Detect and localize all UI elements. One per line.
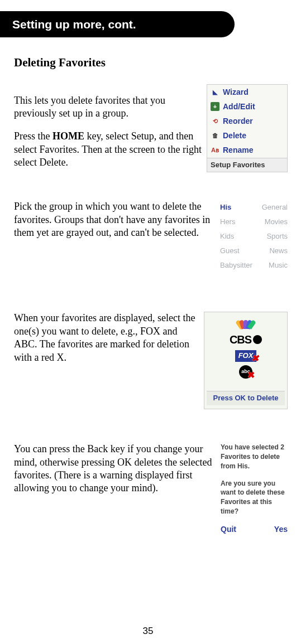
favorites-logos-screenshot: CBS FOX✖ abc✖ Press OK to Delete <box>204 312 288 409</box>
group-general: General <box>262 200 288 215</box>
group-kids: Kids <box>220 229 234 244</box>
confirm-question-text: Are you sure you want to delete these Fa… <box>221 479 288 516</box>
group-hers: Hers <box>220 215 235 229</box>
menu-item-reorder: ⟲ Reorder <box>207 114 287 128</box>
group-movies: Movies <box>265 215 288 229</box>
section-confirm: You can press the Back key if you change… <box>0 443 296 535</box>
menu-label: Add/Edit <box>223 101 255 112</box>
addedit-icon: + <box>211 102 219 111</box>
menu-label: Reorder <box>223 116 253 126</box>
section-deleting-intro: This lets you delete favorites that you … <box>0 84 296 173</box>
cbs-logo: CBS <box>230 332 262 347</box>
abc-logo-marked: abc✖ <box>239 365 252 379</box>
section-pick-group: Pick the group in which you want to dele… <box>0 200 296 273</box>
section-select-favorites: When your favorites are displayed, selec… <box>0 312 296 409</box>
home-keyword: HOME <box>52 130 84 142</box>
confirm-count-text: You have selected 2 Favorites to delete … <box>221 443 288 471</box>
rename-icon: Aʙ <box>211 146 219 154</box>
select-favorites-paragraph: When your favorites are displayed, selec… <box>14 312 199 364</box>
groups-list-screenshot: HisGeneral HersMovies KidsSports GuestNe… <box>218 200 288 273</box>
pick-group-paragraph: Pick the group in which you want to dele… <box>14 200 213 239</box>
red-x-icon: ✖ <box>247 370 255 381</box>
page-number: 35 <box>0 625 296 637</box>
group-guest: Guest <box>220 244 240 258</box>
confirm-dialog-screenshot: You have selected 2 Favorites to delete … <box>221 443 288 535</box>
menu-label: Delete <box>223 130 246 141</box>
menu-item-delete: 🗑 Delete <box>207 128 287 143</box>
delete-icon: 🗑 <box>211 131 219 140</box>
group-news: News <box>269 244 288 258</box>
wizard-icon: ◣ <box>211 88 219 96</box>
quit-button-label: Quit <box>221 524 236 535</box>
menu-item-addedit: + Add/Edit <box>207 99 287 114</box>
intro-paragraph: This lets you delete favorites that you … <box>14 94 202 120</box>
setup-favorites-menu-screenshot: ◣ Wizard + Add/Edit ⟲ Reorder 🗑 Delete A… <box>207 84 288 173</box>
menu-item-rename: Aʙ Rename <box>207 143 287 157</box>
group-sports: Sports <box>266 229 288 244</box>
reorder-icon: ⟲ <box>211 117 219 125</box>
group-babysitter: Babysitter <box>220 258 252 273</box>
fox-logo-marked: FOX✖ <box>235 350 257 362</box>
press-ok-banner: Press OK to Delete <box>207 391 285 405</box>
yes-button-label: Yes <box>274 524 288 535</box>
nbc-logo <box>237 316 254 329</box>
group-his: His <box>220 200 231 215</box>
menu-label: Wizard <box>223 87 249 97</box>
group-music: Music <box>269 258 288 273</box>
confirm-paragraph: You can press the Back key if you change… <box>14 443 216 495</box>
red-x-icon: ✖ <box>251 353 259 365</box>
menu-label: Rename <box>223 145 253 155</box>
menu-item-wizard: ◣ Wizard <box>207 85 287 99</box>
para2-prefix: Press the <box>14 130 52 142</box>
page-title: Deleting Favorites <box>14 55 296 70</box>
menu-title: Setup Favorites <box>207 158 287 172</box>
instruction-paragraph-home: Press the HOME key, select Setup, and th… <box>14 130 202 169</box>
section-header-pill: Setting up more, cont. <box>0 11 235 37</box>
